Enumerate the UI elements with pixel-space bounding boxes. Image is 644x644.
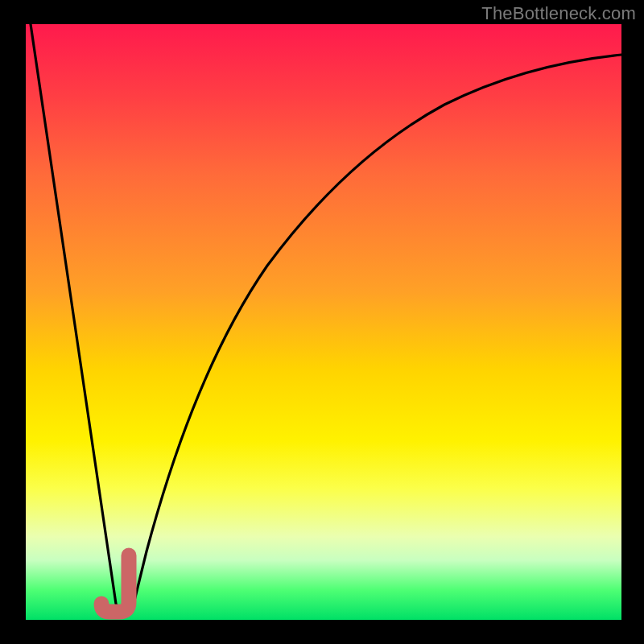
chart-frame: TheBottleneck.com [0, 0, 644, 644]
curve-svg [26, 24, 621, 620]
bottleneck-curve [31, 24, 621, 612]
plot-area [26, 24, 621, 620]
watermark-text: TheBottleneck.com [481, 3, 636, 24]
